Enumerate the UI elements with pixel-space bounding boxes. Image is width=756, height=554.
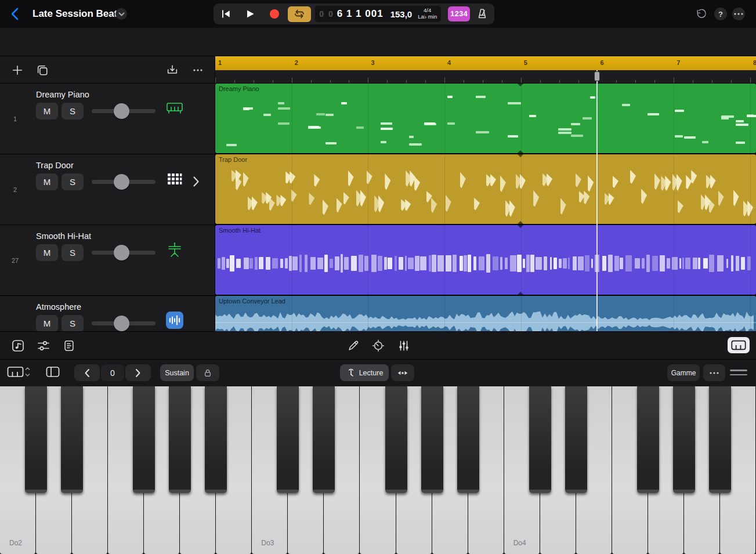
piano-key-black[interactable] — [313, 386, 335, 493]
piano-key-black[interactable] — [25, 386, 47, 493]
volume-slider[interactable] — [92, 180, 155, 184]
keyboard-toggle-button[interactable] — [728, 337, 750, 353]
solo-button[interactable]: S — [62, 103, 84, 120]
region-name: Trap Door — [219, 156, 247, 163]
count-in-button[interactable]: 1234 — [448, 6, 470, 21]
bar-gridline — [444, 84, 445, 153]
drum-note — [474, 198, 480, 211]
mute-button[interactable]: M — [36, 103, 58, 120]
octave-down-button[interactable] — [74, 364, 100, 381]
midi-note — [243, 108, 249, 110]
playhead[interactable] — [594, 70, 601, 331]
piano-key-black[interactable] — [637, 386, 659, 493]
metronome-button[interactable] — [470, 3, 494, 24]
editor-button[interactable] — [62, 338, 77, 353]
hihat-note — [635, 258, 640, 269]
scale-button[interactable]: Gamme — [667, 364, 700, 381]
keyboard-more-button[interactable] — [703, 364, 725, 381]
track-list-more-button[interactable] — [190, 63, 205, 78]
sustain-lock-button[interactable] — [196, 364, 219, 381]
track-header[interactable]: AtmosphereMS — [0, 296, 215, 331]
logic-pro-app: Late Session Beat 0 0 6 1 1 001 153,0 — [0, 0, 756, 554]
loops-browser-button[interactable] — [10, 338, 26, 353]
mute-button[interactable]: M — [36, 244, 58, 261]
octave-up-button[interactable] — [125, 364, 151, 381]
solo-button[interactable]: S — [62, 173, 84, 190]
piano-key-black[interactable] — [421, 386, 443, 493]
piano-key-black[interactable] — [709, 386, 731, 493]
loops-browser-icon — [11, 339, 25, 353]
piano-key-black[interactable] — [205, 386, 227, 493]
hihat-icon — [165, 240, 184, 259]
help-button[interactable]: ? — [714, 8, 727, 20]
hihat-note — [324, 255, 328, 272]
project-menu-button[interactable] — [115, 8, 127, 20]
region[interactable]: Trap Door — [215, 154, 756, 224]
piano-keyboard[interactable]: Do2Do3Do4 — [0, 386, 756, 554]
volume-slider[interactable] — [92, 251, 155, 255]
hihat-note — [429, 255, 431, 272]
cycle-range[interactable]: 12345678 — [215, 56, 756, 70]
rewind-button[interactable] — [214, 3, 238, 24]
ruler-tick — [559, 80, 560, 83]
piano-key-black[interactable] — [565, 386, 587, 493]
ruler-tick — [578, 80, 579, 83]
add-track-button[interactable] — [10, 63, 25, 78]
back-button[interactable] — [9, 7, 21, 21]
lcd-signature: 4/4 La♭ min — [418, 8, 437, 20]
piano-key-black[interactable] — [61, 386, 83, 493]
volume-knob[interactable] — [114, 174, 129, 190]
mute-button[interactable]: M — [36, 173, 58, 190]
hihat-note — [378, 256, 382, 271]
volume-knob[interactable] — [114, 245, 129, 260]
keyboard-select-button[interactable] — [7, 365, 31, 379]
playhead-handle[interactable] — [594, 71, 600, 81]
record-button[interactable] — [262, 3, 287, 24]
panel-toggle-button[interactable] — [45, 365, 60, 379]
track-controls-button[interactable] — [396, 338, 411, 353]
region[interactable]: Smooth Hi-Hat — [215, 225, 756, 295]
lcd-display[interactable]: 0 0 6 1 1 001 153,0 4/4 La♭ min — [315, 6, 441, 22]
volume-slider[interactable] — [92, 321, 155, 325]
play-button[interactable] — [238, 3, 262, 24]
piano-key-black[interactable] — [277, 386, 299, 493]
quantize-button[interactable] — [371, 338, 386, 353]
drum-note — [560, 198, 566, 215]
ruler-tick — [674, 78, 674, 83]
track-header[interactable]: 27Smooth Hi-HatMS — [0, 225, 215, 296]
piano-key-black[interactable] — [457, 386, 479, 493]
hihat-note — [305, 255, 308, 272]
volume-slider[interactable] — [92, 109, 155, 113]
drum-note — [314, 174, 320, 186]
piano-key-black[interactable] — [673, 386, 695, 493]
piano-key-black[interactable] — [169, 386, 191, 493]
track-header[interactable]: 1Dreamy PianoMS — [0, 84, 215, 154]
glissando-button[interactable] — [391, 364, 414, 381]
region[interactable]: Dreamy Piano — [215, 84, 756, 153]
volume-knob[interactable] — [114, 103, 129, 119]
sustain-button[interactable]: Sustain — [160, 364, 194, 381]
timeline-ruler[interactable]: 12345678 — [215, 56, 756, 84]
track-header[interactable]: 2Trap DoorMS — [0, 154, 215, 225]
piano-key-black[interactable] — [133, 386, 155, 493]
undo-button[interactable] — [694, 8, 707, 20]
export-track-button[interactable] — [165, 63, 180, 78]
solo-button[interactable]: S — [62, 315, 84, 331]
ruler-tick — [540, 80, 541, 83]
disclosure-chevron-icon[interactable] — [191, 175, 201, 188]
piano-key-black[interactable] — [385, 386, 407, 493]
mute-button[interactable]: M — [36, 315, 58, 331]
duplicate-track-button[interactable] — [35, 63, 50, 78]
cycle-button[interactable] — [288, 6, 311, 22]
solo-button[interactable]: S — [62, 244, 84, 261]
piano-key-black[interactable] — [529, 386, 551, 493]
pencil-tool-button[interactable] — [346, 338, 361, 353]
play-mode-button[interactable]: Lecture — [340, 364, 389, 381]
mixer-button[interactable] — [36, 338, 51, 353]
region[interactable]: Uptown Conveyor Lead — [215, 296, 756, 331]
drum-note — [337, 198, 342, 212]
keyboard-drag-handle[interactable] — [730, 370, 747, 378]
drum-note — [348, 170, 354, 186]
volume-knob[interactable] — [114, 316, 129, 331]
more-button[interactable] — [732, 8, 745, 20]
